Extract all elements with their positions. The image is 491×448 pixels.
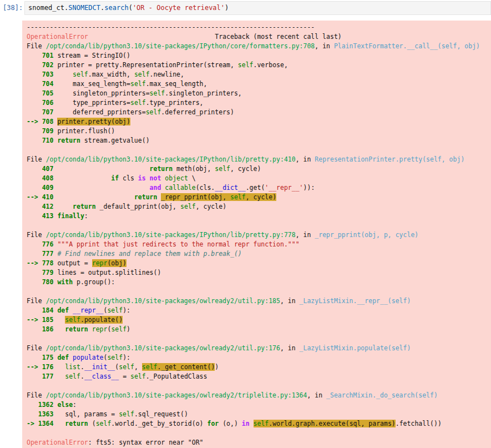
code-token: 175 bbox=[27, 354, 57, 361]
code-token: finally bbox=[57, 212, 84, 220]
code-input-editor[interactable]: snomed_ct.SNOMEDCT.search('OR - Oocyte r… bbox=[24, 1, 491, 15]
code-token: self bbox=[65, 316, 80, 324]
code-token: self bbox=[111, 325, 126, 333]
code-token: .get( bbox=[246, 184, 265, 192]
code-token bbox=[88, 325, 92, 333]
traceback-line bbox=[27, 287, 487, 296]
code-token: _default_pprint(obj, bbox=[96, 203, 180, 210]
code-token: ): bbox=[123, 306, 130, 314]
code-token: RepresentationPrinter.pretty(self, obj) bbox=[315, 155, 464, 163]
code-token: ): bbox=[123, 354, 130, 361]
traceback-line: 704 max_seq_length=self.max_seq_length, bbox=[27, 79, 487, 89]
traceback-line: 407 return meth(obj, self, cycle) bbox=[27, 164, 487, 174]
code-token: self bbox=[150, 89, 165, 97]
traceback-line: --> 708 printer.pretty(obj) bbox=[27, 117, 487, 127]
code-token: """A pprint that just redirects to the n… bbox=[57, 240, 299, 248]
code-token: 408 bbox=[27, 174, 57, 182]
traceback-line: 1362 else: bbox=[27, 400, 487, 410]
code-token: _repr_pprint(obj, bbox=[161, 193, 230, 201]
code-token: Traceback (most recent call last) bbox=[88, 33, 342, 41]
code-token: .max_width, bbox=[88, 71, 134, 78]
code-token: ( bbox=[129, 4, 133, 12]
code-token: : fts5: syntax error near "OR" bbox=[88, 439, 204, 446]
traceback-line: File /opt/conda/lib/python3.10/site-pack… bbox=[27, 230, 487, 240]
code-token: , in bbox=[296, 155, 315, 163]
code-token bbox=[57, 165, 149, 173]
code-token: File bbox=[27, 344, 46, 352]
code-token: '__repr__' bbox=[265, 184, 303, 192]
code-token bbox=[250, 420, 254, 427]
code-token bbox=[57, 420, 65, 427]
traceback-line: 777 # Find newlines and replace them wit… bbox=[27, 249, 487, 259]
traceback-line: File /opt/conda/lib/python3.10/site-pack… bbox=[27, 344, 487, 353]
code-token: self bbox=[180, 203, 196, 210]
code-token: , in bbox=[307, 391, 326, 399]
code-token: is not bbox=[138, 174, 161, 182]
code-token bbox=[57, 316, 65, 324]
code-token bbox=[57, 174, 111, 182]
code-token: .verbose, bbox=[254, 61, 288, 69]
code-token: --> 176 bbox=[27, 363, 57, 371]
code-token: ( bbox=[88, 420, 96, 427]
code-token: 184 bbox=[27, 306, 57, 314]
code-token: deferred_pprinters= bbox=[57, 108, 145, 116]
code-token: singleton_pprinters= bbox=[57, 89, 149, 97]
code-token: , in bbox=[280, 297, 300, 305]
code-token: --> 185 bbox=[27, 316, 57, 324]
code-token: /opt/conda/lib/python3.10/site-packages/… bbox=[46, 155, 296, 163]
code-token: self bbox=[130, 80, 146, 88]
code-token bbox=[57, 363, 65, 371]
code-token bbox=[57, 325, 65, 333]
code-token: 177 bbox=[27, 373, 57, 380]
code-token: --> 778 bbox=[27, 259, 57, 267]
code-token: ._PopulatedClass bbox=[146, 373, 207, 380]
code-token: ._get_content() bbox=[157, 363, 215, 371]
code-token: , cycle) bbox=[230, 165, 261, 173]
traceback-line bbox=[27, 221, 487, 230]
code-token: .world._get_by_storid(o) bbox=[111, 420, 207, 427]
code-token: _SearchMixin._do_search(self) bbox=[326, 391, 438, 399]
code-token: _LazyListMixin.populate(self) bbox=[300, 344, 411, 352]
code-token: --> 410 bbox=[27, 193, 57, 201]
code-token: 703 bbox=[27, 71, 57, 78]
code-token: /opt/conda/lib/python3.10/site-packages/… bbox=[46, 344, 280, 352]
traceback-line: 707 deferred_pprinters=self.deferred_pri… bbox=[27, 108, 487, 117]
code-token: /opt/conda/lib/python3.10/site-packages/… bbox=[46, 231, 296, 239]
code-token: populate bbox=[73, 354, 103, 361]
code-token: 707 bbox=[27, 108, 57, 116]
code-token: File bbox=[27, 391, 46, 399]
code-token: /opt/conda/lib/python3.10/site-packages/… bbox=[46, 297, 280, 305]
traceback-line: 710 return stream.getvalue() bbox=[27, 136, 487, 145]
code-token: 704 bbox=[27, 80, 57, 88]
code-token: repr bbox=[92, 325, 108, 333]
code-token: .world.graph.execute(sql, params) bbox=[269, 420, 395, 427]
code-token: .deferred_printers) bbox=[161, 108, 234, 116]
code-token: in bbox=[242, 420, 250, 427]
code-token: File bbox=[27, 297, 46, 305]
traceback-line: 184 def __repr__(self): bbox=[27, 306, 487, 315]
code-token: /opt/conda/lib/python3.10/site-packages/… bbox=[46, 391, 307, 399]
code-token: search bbox=[104, 4, 128, 12]
code-token: . bbox=[80, 373, 84, 380]
code-token: 407 bbox=[27, 165, 57, 173]
traceback-line: --> 176 list.__init__(self, self._get_co… bbox=[27, 363, 487, 372]
code-token: __class__ bbox=[84, 373, 119, 380]
traceback-line: 779 lines = output.splitlines() bbox=[27, 268, 487, 278]
code-token: stream.getvalue() bbox=[80, 137, 150, 144]
code-token: self bbox=[130, 373, 146, 380]
code-token: else bbox=[57, 401, 73, 409]
code-token: 777 bbox=[27, 250, 57, 258]
code-token bbox=[57, 193, 134, 201]
code-token: meth(obj, bbox=[173, 165, 215, 173]
code-token: ) bbox=[126, 325, 130, 333]
code-token: . bbox=[80, 363, 84, 371]
code-token: 1363 bbox=[27, 410, 57, 418]
code-token: with bbox=[57, 278, 73, 286]
code-token: object bbox=[165, 174, 188, 182]
code-token: type_pprinters= bbox=[57, 99, 130, 107]
code-token bbox=[57, 203, 73, 210]
error-output-area: ----------------------------------------… bbox=[22, 21, 491, 448]
code-token: (o,) bbox=[219, 420, 242, 427]
traceback-line: 709 printer.flush() bbox=[27, 127, 487, 136]
traceback-line: File /opt/conda/lib/python3.10/site-pack… bbox=[27, 391, 487, 400]
